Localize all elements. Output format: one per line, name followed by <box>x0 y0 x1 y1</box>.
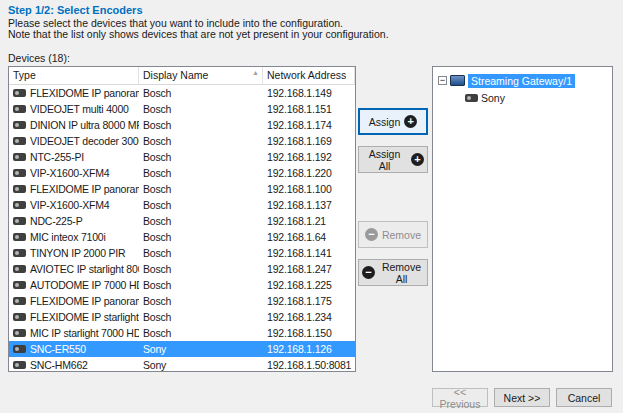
camera-icon <box>13 281 26 289</box>
device-network-address: 192.168.1.192 <box>263 149 355 165</box>
device-type-cell: VIP-X1600-XFM4 <box>9 165 139 181</box>
column-header-network-address-label: Network Address <box>267 69 346 81</box>
device-display-name: Bosch <box>139 149 263 165</box>
device-network-address: 192.168.1.174 <box>263 117 355 133</box>
table-row[interactable]: NDC-225-PBosch192.168.1.21 <box>9 213 355 229</box>
cancel-button[interactable]: Cancel <box>556 388 612 407</box>
device-network-address: 192.168.1.126 <box>263 341 355 357</box>
device-display-name: Bosch <box>139 85 263 101</box>
next-button[interactable]: Next >> <box>494 388 550 407</box>
table-row[interactable]: TINYON IP 2000 PIRBosch192.168.1.141 <box>9 245 355 261</box>
device-table-header: Type Display Name ▲ Network Address <box>9 67 355 85</box>
assign-all-button[interactable]: Assign All + <box>358 146 428 173</box>
tree-node-sony-label: Sony <box>481 92 505 104</box>
collapse-icon[interactable]: − <box>438 76 447 85</box>
device-type-cell: SNC-ER550 <box>9 341 139 357</box>
device-network-address: 192.168.1.175 <box>263 293 355 309</box>
device-network-address: 192.168.1.150 <box>263 325 355 341</box>
camera-icon <box>465 94 478 102</box>
assigned-devices-tree: − Streaming Gateway/1 Sony <box>432 66 613 372</box>
device-type: SNC-HM662 <box>30 359 88 371</box>
devices-count-label: Devices (18): <box>8 52 70 64</box>
remove-all-button-label: Remove All <box>379 261 424 285</box>
device-network-address: 192.168.1.234 <box>263 309 355 325</box>
device-network-address: 192.168.1.220 <box>263 165 355 181</box>
device-display-name: Bosch <box>139 165 263 181</box>
device-display-name: Bosch <box>139 181 263 197</box>
device-type-cell: AUTODOME IP 7000 HD <box>9 277 139 293</box>
device-network-address: 192.168.1.149 <box>263 85 355 101</box>
table-row[interactable]: SNC-ER550Sony192.168.1.126 <box>9 341 355 357</box>
device-network-address: 192.168.1.247 <box>263 261 355 277</box>
camera-icon <box>13 121 26 129</box>
tree-node-gateway-label: Streaming Gateway/1 <box>468 74 575 88</box>
sort-ascending-icon: ▲ <box>252 69 259 76</box>
remove-all-button[interactable]: − Remove All <box>358 259 428 286</box>
previous-button[interactable]: << Previous <box>432 388 488 407</box>
device-display-name: Bosch <box>139 117 263 133</box>
table-row[interactable]: MIC IP starlight 7000 HDBosch192.168.1.1… <box>9 325 355 341</box>
assign-button[interactable]: Assign + <box>358 108 428 135</box>
camera-icon <box>13 249 26 257</box>
table-row[interactable]: MIC inteox 7100iBosch192.168.1.64 <box>9 229 355 245</box>
device-display-name: Bosch <box>139 229 263 245</box>
device-type-cell: FLEXIDOME IP starlight 8000i <box>9 309 139 325</box>
table-row[interactable]: FLEXIDOME IP panoramic 700...Bosch192.16… <box>9 293 355 309</box>
device-network-address: 192.168.1.50:8081 <box>263 357 355 372</box>
device-type: FLEXIDOME IP panoramic 700... <box>30 87 139 99</box>
device-type: AVIOTEC IP starlight 8000 <box>30 263 139 275</box>
camera-icon <box>13 361 26 369</box>
tree-node-gateway[interactable]: − Streaming Gateway/1 <box>433 72 612 89</box>
table-row[interactable]: FLEXIDOME IP starlight 8000iBosch192.168… <box>9 309 355 325</box>
device-display-name: Bosch <box>139 261 263 277</box>
device-type: TINYON IP 2000 PIR <box>30 247 125 259</box>
camera-icon <box>13 201 26 209</box>
device-display-name: Bosch <box>139 293 263 309</box>
device-type: FLEXIDOME IP starlight 8000i <box>30 311 139 323</box>
device-type-cell: MIC inteox 7100i <box>9 229 139 245</box>
device-type: NTC-255-PI <box>30 151 84 163</box>
device-type: VIP-X1600-XFM4 <box>30 167 109 179</box>
camera-icon <box>13 345 26 353</box>
device-type-cell: FLEXIDOME IP panoramic 700... <box>9 85 139 101</box>
table-row[interactable]: VIP-X1600-XFM4Bosch192.168.1.137 <box>9 197 355 213</box>
table-row[interactable]: AVIOTEC IP starlight 8000Bosch192.168.1.… <box>9 261 355 277</box>
column-header-type[interactable]: Type <box>9 67 139 84</box>
device-type: SNC-ER550 <box>30 343 86 355</box>
assign-all-button-label: Assign All <box>362 148 407 172</box>
device-type-cell: VIP-X1600-XFM4 <box>9 197 139 213</box>
camera-icon <box>13 313 26 321</box>
table-row[interactable]: FLEXIDOME IP panoramic 500...Bosch192.16… <box>9 181 355 197</box>
plus-circle-icon: + <box>404 115 417 128</box>
remove-button[interactable]: − Remove <box>358 221 428 248</box>
device-type: VIP-X1600-XFM4 <box>30 199 109 211</box>
table-row[interactable]: FLEXIDOME IP panoramic 700...Bosch192.16… <box>9 85 355 101</box>
table-row[interactable]: NTC-255-PIBosch192.168.1.192 <box>9 149 355 165</box>
device-display-name: Bosch <box>139 325 263 341</box>
description: Please select the devices that you want … <box>8 18 389 40</box>
table-row[interactable]: DINION IP ultra 8000 MPBosch192.168.1.17… <box>9 117 355 133</box>
table-row[interactable]: VIP-X1600-XFM4Bosch192.168.1.220 <box>9 165 355 181</box>
table-row[interactable]: SNC-HM662Sony192.168.1.50:8081 <box>9 357 355 372</box>
camera-icon <box>13 297 26 305</box>
wizard-navigation: << Previous Next >> Cancel <box>432 388 612 407</box>
column-header-display-name-label: Display Name <box>143 69 208 81</box>
device-type-cell: FLEXIDOME IP panoramic 500... <box>9 181 139 197</box>
camera-icon <box>13 137 26 145</box>
device-network-address: 192.168.1.21 <box>263 213 355 229</box>
tree-node-sony[interactable]: Sony <box>460 89 612 106</box>
assign-button-label: Assign <box>369 116 401 128</box>
table-row[interactable]: VIDEOJET multi 4000Bosch192.168.1.151 <box>9 101 355 117</box>
device-table-body: FLEXIDOME IP panoramic 700...Bosch192.16… <box>9 85 355 372</box>
table-row[interactable]: VIDEOJET decoder 3000Bosch192.168.1.169 <box>9 133 355 149</box>
device-type: MIC IP starlight 7000 HD <box>30 327 139 339</box>
column-header-network-address[interactable]: Network Address <box>263 67 355 84</box>
device-network-address: 192.168.1.225 <box>263 277 355 293</box>
table-row[interactable]: AUTODOME IP 7000 HDBosch192.168.1.225 <box>9 277 355 293</box>
device-type: DINION IP ultra 8000 MP <box>30 119 139 131</box>
camera-icon <box>13 233 26 241</box>
column-header-display-name[interactable]: Display Name ▲ <box>139 67 263 84</box>
camera-icon <box>13 105 26 113</box>
device-type-cell: SNC-HM662 <box>9 357 139 372</box>
device-display-name: Bosch <box>139 197 263 213</box>
